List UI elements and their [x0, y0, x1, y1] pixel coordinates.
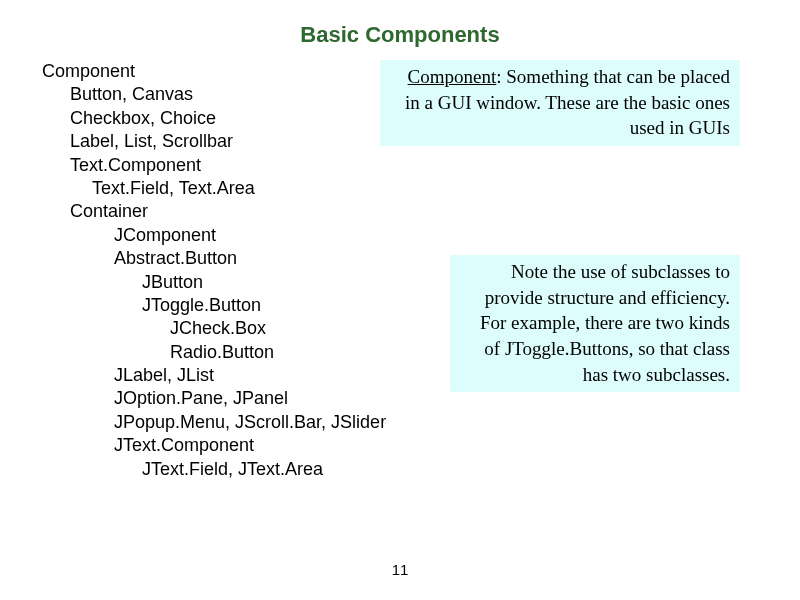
content-area: Component Button, Canvas Checkbox, Choic…	[0, 60, 800, 481]
page-number: 11	[392, 561, 409, 578]
hierarchy-line: JText.Component	[114, 434, 800, 457]
callout-note: Note the use of subclasses to provide st…	[450, 255, 740, 392]
hierarchy-line: JComponent	[114, 224, 800, 247]
callout-key-word: Component	[408, 66, 497, 87]
hierarchy-line: Container	[70, 200, 800, 223]
page-title: Basic Components	[0, 22, 800, 48]
hierarchy-line: Text.Field, Text.Area	[92, 177, 800, 200]
hierarchy-line: JPopup.Menu, JScroll.Bar, JSlider	[114, 411, 800, 434]
callout-definition: Component: Something that can be placed …	[380, 60, 740, 146]
hierarchy-line: Text.Component	[70, 154, 800, 177]
hierarchy-line: JText.Field, JText.Area	[142, 458, 800, 481]
